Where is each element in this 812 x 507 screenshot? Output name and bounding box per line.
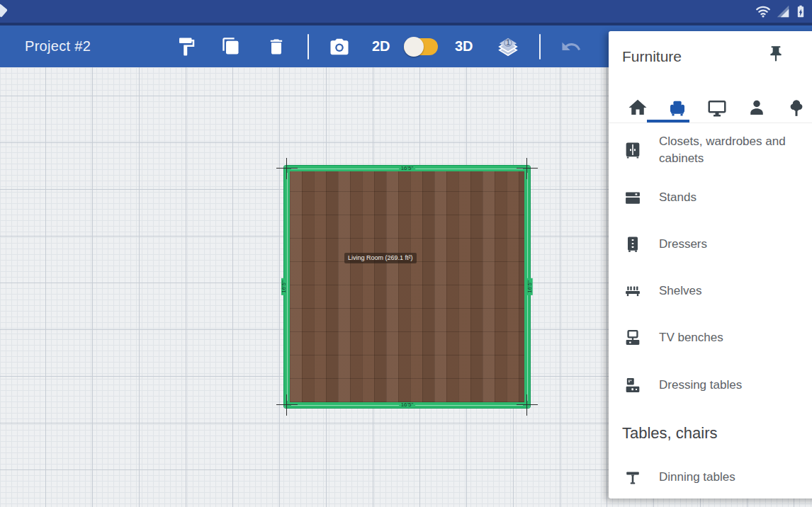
tab-people[interactable] xyxy=(737,92,777,123)
tabs-divider xyxy=(609,123,812,123)
dressing-table-icon xyxy=(623,375,643,395)
project-title: Project #2 xyxy=(25,25,91,67)
view-toggle[interactable] xyxy=(404,37,438,57)
shelf-icon xyxy=(623,281,643,301)
corner-handle-bottom-right[interactable] xyxy=(517,394,538,416)
tree-icon xyxy=(786,97,807,118)
signal-strength-icon xyxy=(775,3,791,20)
pin-panel-button[interactable] xyxy=(763,42,789,68)
dining-table-icon xyxy=(623,467,643,487)
undo-icon xyxy=(560,36,582,57)
notification-icon xyxy=(0,4,8,18)
dimension-label-left: 16'5" xyxy=(281,278,287,295)
tab-rooms[interactable] xyxy=(618,92,658,123)
tab-plants[interactable] xyxy=(777,92,812,123)
statusbar-separator xyxy=(0,23,812,25)
list-item-label: Shelves xyxy=(659,283,804,300)
dimension-label-top: 16'5" xyxy=(399,166,416,171)
mode-3d-label[interactable]: 3D xyxy=(455,25,473,67)
room-floor-wood xyxy=(290,171,524,402)
delete-button[interactable] xyxy=(261,25,292,67)
dresser-icon xyxy=(623,234,643,254)
panel-title: Furniture xyxy=(622,41,682,72)
paint-roller-button[interactable] xyxy=(171,25,202,67)
layers-button[interactable]: 1 xyxy=(492,25,524,67)
toolbar-divider xyxy=(308,34,309,59)
list-item-closets[interactable]: Closets, wardrobes and cabinets xyxy=(609,127,812,173)
list-item-label: Dressing tables xyxy=(659,377,804,394)
camera-button[interactable] xyxy=(324,25,355,67)
monitor-icon xyxy=(706,97,728,118)
duplicate-icon xyxy=(221,37,241,57)
layers-badge: 1 xyxy=(506,39,510,47)
tab-furniture[interactable] xyxy=(658,92,697,123)
person-icon xyxy=(746,97,767,118)
battery-charging-icon xyxy=(794,3,808,20)
trash-icon xyxy=(266,37,286,57)
stand-icon xyxy=(623,188,643,207)
home-icon xyxy=(627,97,648,118)
list-item-dressers[interactable]: Dressers xyxy=(609,221,812,268)
pin-icon xyxy=(767,45,785,66)
tab-electronics[interactable] xyxy=(697,92,737,123)
category-tabs xyxy=(609,92,812,123)
paint-roller-icon xyxy=(176,36,197,57)
list-item-label: Closets, wardrobes and cabinets xyxy=(659,133,804,167)
app-screen: 16'5" 16'5" 16'5" 16'5" Living Room (269… xyxy=(0,0,812,507)
tv-bench-icon xyxy=(623,328,643,348)
mode-2d-label[interactable]: 2D xyxy=(372,25,390,67)
list-item-dressing-tables[interactable]: Dressing tables xyxy=(609,362,812,409)
corner-handle-bottom-left[interactable] xyxy=(276,394,298,416)
list-item-dinning-tables[interactable]: Dinning tables xyxy=(609,456,812,499)
room-label: Living Room (269.1 ft²) xyxy=(344,253,417,263)
wardrobe-icon xyxy=(623,140,643,160)
status-bar xyxy=(0,0,812,23)
room-living-room[interactable]: 16'5" 16'5" 16'5" 16'5" Living Room (269… xyxy=(284,166,530,408)
duplicate-button[interactable] xyxy=(215,25,247,67)
toolbar-divider-2 xyxy=(539,34,541,59)
camera-icon xyxy=(329,36,350,57)
list-item-stands[interactable]: Stands xyxy=(609,174,812,221)
toggle-knob xyxy=(404,37,424,57)
list-item-shelves[interactable]: Shelves xyxy=(609,268,812,314)
corner-handle-top-left[interactable] xyxy=(276,158,298,179)
section-header-tables-chairs: Tables, chairs xyxy=(622,410,718,456)
undo-button[interactable] xyxy=(556,25,587,67)
list-item-tv-benches[interactable]: TV benches xyxy=(609,314,812,361)
wifi-icon xyxy=(754,3,772,20)
furniture-panel: Furniture xyxy=(609,31,812,499)
list-item-label: Stands xyxy=(659,189,804,206)
dimension-label-right: 16'5" xyxy=(527,278,533,295)
list-item-label: Dinning tables xyxy=(659,469,804,486)
list-item-label: Dressers xyxy=(659,236,804,253)
corner-handle-top-right[interactable] xyxy=(517,158,538,179)
armchair-icon xyxy=(667,97,688,118)
layers-icon: 1 xyxy=(496,35,520,59)
list-item-label: TV benches xyxy=(659,329,804,346)
dimension-label-bottom: 16'5" xyxy=(399,402,416,408)
